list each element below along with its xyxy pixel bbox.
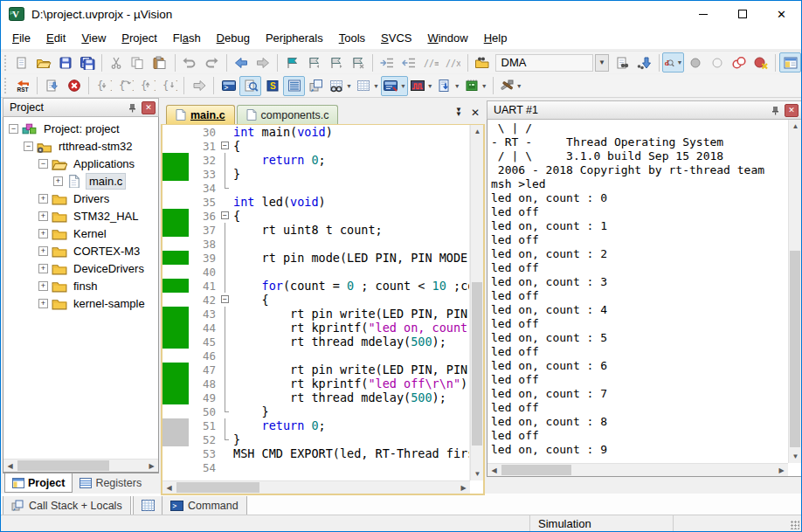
fold-collapse-icon[interactable]: − [221,293,231,307]
code-line-50[interactable]: 50 } [162,404,469,418]
step-over-button[interactable]: { } [114,76,136,96]
save-button[interactable] [54,52,76,73]
tree-item-stm32-hal[interactable]: +STM32_HAL [3,207,158,225]
toolbar-grip[interactable] [4,78,9,93]
memory-window-button[interactable]: ▼ [354,76,381,96]
bp-enable-disable-button[interactable] [706,52,728,73]
expand-icon[interactable]: + [38,246,48,256]
dropdown-arrow-icon[interactable]: ▼ [400,83,406,89]
close-button[interactable]: ✕ [762,1,801,27]
find-combo-dropdown[interactable]: ▼ [595,54,608,72]
code-line-39[interactable]: 39 rt_pin_mode(LED_PIN, PIN_MODE_ [162,251,469,265]
uncomment-selection-button[interactable]: //x [442,52,464,73]
maximize-button[interactable] [722,1,762,27]
symbol-window-button[interactable]: S [261,76,283,96]
uart-hscrollbar[interactable]: ◀ ▶ [487,463,788,476]
minimize-button[interactable] [683,1,722,27]
save-all-button[interactable] [76,52,98,73]
code-line-54[interactable]: 54 [162,460,469,474]
system-viewer-button[interactable]: ▼ [462,76,489,96]
editor-vscrollbar[interactable]: ▲ ▼ [470,125,483,480]
uart-output[interactable]: \ | /- RT - Thread Operating System / | … [487,120,788,463]
code-line-51[interactable]: 51 return 0; [162,418,469,432]
analysis-window-button[interactable]: ▼ [408,76,435,96]
call-stack-window-button[interactable] [305,76,327,96]
menu-tools[interactable]: Tools [331,28,373,48]
menu-view[interactable]: View [73,28,114,48]
collapse-icon[interactable]: − [24,142,33,151]
tree-item-main-c[interactable]: +main.c [3,172,158,190]
bp-kill-all-button[interactable] [728,52,750,73]
outdent-button[interactable] [398,52,420,73]
code-line-33[interactable]: 33} [162,167,469,181]
code-line-34[interactable]: 34 [162,181,469,195]
tab-call-stack-locals[interactable]: Call Stack + Locals [3,496,131,515]
tree-item-kernel[interactable]: +Kernel [3,225,158,242]
pin-icon[interactable] [768,103,782,117]
fold-collapse-icon[interactable]: − [221,139,231,153]
editor-close-icon[interactable]: ✕ [471,107,480,119]
code-line-36[interactable]: 36−{ [162,209,469,223]
tab-project[interactable]: Project [4,473,73,493]
undo-button[interactable] [179,52,201,73]
dropdown-arrow-icon[interactable]: ▼ [454,83,460,89]
find-text-combo[interactable]: DMA [495,54,594,72]
expand-icon[interactable]: + [38,299,48,308]
code-line-38[interactable]: 38 [162,237,469,251]
tab-registers[interactable]: Registers [73,473,149,493]
pin-icon[interactable] [125,100,139,114]
code-line-52[interactable]: 52} [162,432,469,446]
code-area[interactable]: 30int main(void)31−{32 return 0;33}3435i… [162,125,470,480]
resize-grip[interactable] [791,521,799,529]
find-in-files-folder-button[interactable] [472,52,494,73]
uart-panel-close-icon[interactable]: ✕ [785,104,799,117]
window-layout-button[interactable] [779,52,801,73]
tab-main-c[interactable]: main.c [166,105,235,124]
tree-item-rtthread-stm32[interactable]: −rtthread-stm32 [3,137,158,155]
menu-debug[interactable]: Debug [209,28,258,48]
project-panel-close-icon[interactable]: ✕ [142,101,156,114]
expand-icon[interactable]: + [53,176,63,186]
code-line-43[interactable]: 43 rt_pin_write(LED_PIN, PIN_ [162,307,469,321]
dropdown-arrow-icon[interactable]: ▼ [516,83,522,89]
disassembly-window-button[interactable] [239,76,261,96]
code-line-30[interactable]: 30int main(void) [162,125,469,139]
paste-button[interactable] [149,52,171,73]
menu-help[interactable]: Help [476,28,515,48]
menu-svcs[interactable]: SVCS [373,28,419,48]
bookmark-clear-all-button[interactable] [347,52,369,73]
tab-list-icon[interactable]: ▼▼ [455,108,462,117]
menu-project[interactable]: Project [114,28,164,48]
nav-back-button[interactable] [230,52,252,73]
find-dropdown-button[interactable]: d▼ [662,52,684,73]
bookmark-prev-button[interactable] [303,52,325,73]
comment-selection-button[interactable]: //≡ [420,52,442,73]
menu-flash[interactable]: Flash [165,28,209,48]
tree-item-devicedrivers[interactable]: +DeviceDrivers [3,259,158,277]
code-line-48[interactable]: 48 rt_kprintf("led off\r\n"); [162,377,469,390]
bp-disable-all-button[interactable] [750,52,771,73]
dropdown-arrow-icon[interactable]: ▼ [427,83,433,89]
registers-window-button[interactable] [283,76,305,96]
uart-vscrollbar[interactable]: ▲ ▼ [788,120,801,463]
code-line-47[interactable]: 47 rt_pin_write(LED_PIN, PIN_ [162,363,469,377]
code-line-37[interactable]: 37 rt_uint8_t count; [162,223,469,237]
editor-hscrollbar[interactable]: ◀ ▶ [162,480,470,494]
watch-window-button[interactable]: ▼ [327,76,354,96]
code-line-35[interactable]: 35int led(void) [162,195,469,209]
new-file-button[interactable] [10,52,32,73]
bookmark-toggle-button[interactable] [281,52,303,73]
dropdown-arrow-icon[interactable]: ▼ [373,83,379,89]
tab-memory-window[interactable] [133,496,163,515]
command-window-button[interactable]: > [218,76,239,96]
indent-button[interactable] [377,52,398,73]
show-next-statement-button[interactable] [188,76,210,96]
expand-icon[interactable]: + [38,229,48,238]
code-line-46[interactable]: 46 [162,349,469,363]
code-line-49[interactable]: 49 rt_thread_mdelay(500); [162,390,469,404]
menu-edit[interactable]: Edit [38,28,73,48]
tree-item-drivers[interactable]: +Drivers [3,190,158,207]
open-folder-button[interactable] [32,52,54,73]
tree-item-project-project[interactable]: −Project: project [3,120,158,137]
code-line-40[interactable]: 40 [162,265,469,279]
